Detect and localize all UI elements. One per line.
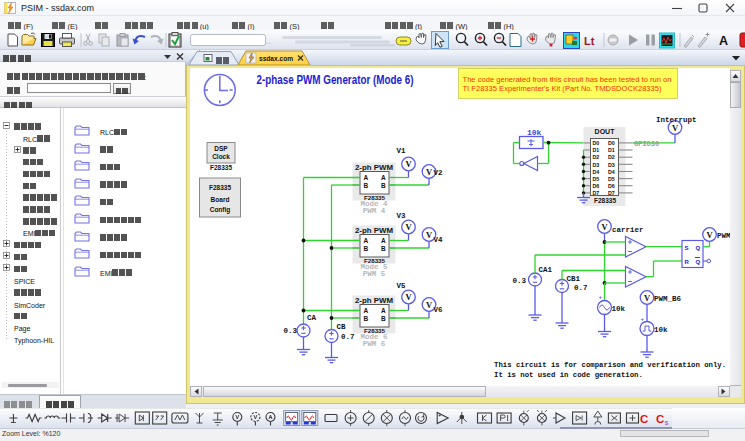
svg-text:B: B — [364, 245, 369, 252]
svg-text:F28335: F28335 — [594, 197, 616, 204]
svg-text:V: V — [706, 230, 713, 240]
svg-text:A: A — [381, 237, 386, 244]
svg-text:0.3: 0.3 — [513, 277, 527, 285]
svg-text:2-phase PWM Generator (Mode 6): 2-phase PWM Generator (Mode 6) — [257, 72, 414, 87]
svg-text:TI F28335 Experimenter's Kit (: TI F28335 Experimenter's Kit (Part No. T… — [463, 84, 663, 93]
svg-text:PWM 4: PWM 4 — [363, 207, 386, 215]
svg-text:B: B — [381, 182, 386, 189]
svg-text:F28335: F28335 — [210, 164, 232, 171]
svg-text:A: A — [364, 307, 369, 314]
svg-text:DSP: DSP — [214, 145, 228, 152]
svg-text:PWM 5: PWM 5 — [363, 270, 386, 278]
svg-text:A: A — [364, 237, 369, 244]
svg-text:GPIO30: GPIO30 — [634, 140, 659, 148]
svg-text:B: B — [364, 182, 369, 189]
svg-text:F28335: F28335 — [209, 184, 231, 191]
svg-text:CA: CA — [307, 314, 317, 322]
svg-text:Q: Q — [696, 259, 701, 265]
svg-text:D3: D3 — [593, 162, 600, 168]
svg-text:A: A — [364, 174, 369, 181]
svg-text:This circuit is for comparison: This circuit is for comparison and verif… — [494, 361, 726, 369]
svg-text:V: V — [405, 292, 412, 302]
svg-text:PWM_B6: PWM_B6 — [654, 295, 682, 303]
svg-text:D2: D2 — [593, 154, 600, 160]
svg-text:D1: D1 — [608, 147, 615, 153]
svg-text:0.7: 0.7 — [574, 284, 588, 292]
svg-text:V2: V2 — [434, 169, 444, 177]
svg-text:S: S — [685, 245, 689, 251]
svg-text:CB1: CB1 — [567, 275, 581, 283]
svg-text:V: V — [426, 230, 433, 240]
svg-text:D4: D4 — [608, 169, 615, 175]
svg-text:+: + — [641, 316, 645, 323]
svg-text:D5: D5 — [593, 176, 600, 182]
svg-text:V4: V4 — [434, 236, 444, 244]
svg-text:2-ph PWM: 2-ph PWM — [355, 227, 393, 235]
svg-text:V: V — [426, 300, 433, 310]
svg-text:D2: D2 — [608, 154, 615, 160]
svg-text:Clock: Clock — [212, 153, 230, 160]
svg-text:D7: D7 — [593, 190, 600, 196]
svg-text:V5: V5 — [397, 282, 407, 290]
svg-text:D0: D0 — [608, 140, 615, 146]
svg-text:0.3: 0.3 — [284, 327, 298, 335]
svg-text:C: C — [656, 413, 664, 425]
svg-text:...: ... — [266, 39, 271, 45]
svg-text:s: s — [665, 419, 669, 426]
svg-text:10k: 10k — [612, 305, 626, 313]
svg-text:D6: D6 — [593, 183, 600, 189]
svg-text:Interrupt: Interrupt — [656, 116, 697, 124]
svg-text:2-ph PWM: 2-ph PWM — [355, 164, 393, 172]
svg-text:Board: Board — [211, 196, 230, 203]
svg-text:D4: D4 — [593, 169, 600, 175]
svg-text:CA1: CA1 — [539, 266, 553, 274]
svg-text:D7: D7 — [608, 190, 615, 196]
svg-text:D6: D6 — [608, 183, 615, 189]
svg-text:D3: D3 — [608, 162, 615, 168]
svg-text:PWM_A: PWM_A — [717, 232, 740, 240]
svg-text:V: V — [672, 123, 679, 133]
svg-text:A: A — [381, 174, 386, 181]
svg-text:R: R — [685, 259, 690, 265]
svg-text:V6: V6 — [434, 306, 444, 314]
svg-text:carrier: carrier — [612, 226, 644, 234]
svg-text:Lt: Lt — [584, 35, 595, 47]
svg-text:B: B — [364, 315, 369, 322]
svg-text:ssdax.com: ssdax.com — [259, 54, 293, 63]
svg-text:10k: 10k — [527, 128, 542, 137]
svg-text:+: + — [599, 294, 603, 301]
svg-text:The code generated from this c: The code generated from this circuit has… — [463, 75, 672, 84]
svg-text:D5: D5 — [608, 176, 615, 182]
svg-text:It is not used in code generat: It is not used in code generation. — [494, 371, 643, 379]
svg-text:V: V — [405, 159, 412, 169]
svg-text:B: B — [381, 315, 386, 322]
svg-text:D0: D0 — [593, 140, 600, 146]
svg-text:D1: D1 — [593, 147, 600, 153]
svg-text:V: V — [426, 167, 433, 177]
svg-text:V: V — [601, 222, 608, 232]
svg-text:Config: Config — [210, 206, 231, 214]
svg-text:B: B — [381, 245, 386, 252]
svg-text:V3: V3 — [397, 212, 407, 220]
svg-text:A: A — [381, 307, 386, 314]
svg-text:V1: V1 — [397, 147, 407, 155]
svg-text:CB: CB — [337, 323, 347, 331]
svg-text:V: V — [405, 222, 412, 232]
svg-text:DOUT: DOUT — [595, 128, 616, 135]
svg-text:A: A — [719, 34, 728, 48]
svg-text:PWM 6: PWM 6 — [363, 340, 386, 348]
svg-text:V: V — [644, 293, 651, 303]
svg-text:Q: Q — [696, 245, 701, 251]
svg-text:C: C — [640, 413, 648, 425]
svg-text:10k: 10k — [654, 326, 668, 334]
svg-text:0.7: 0.7 — [341, 333, 355, 341]
svg-text:2-ph PWM: 2-ph PWM — [355, 297, 393, 305]
